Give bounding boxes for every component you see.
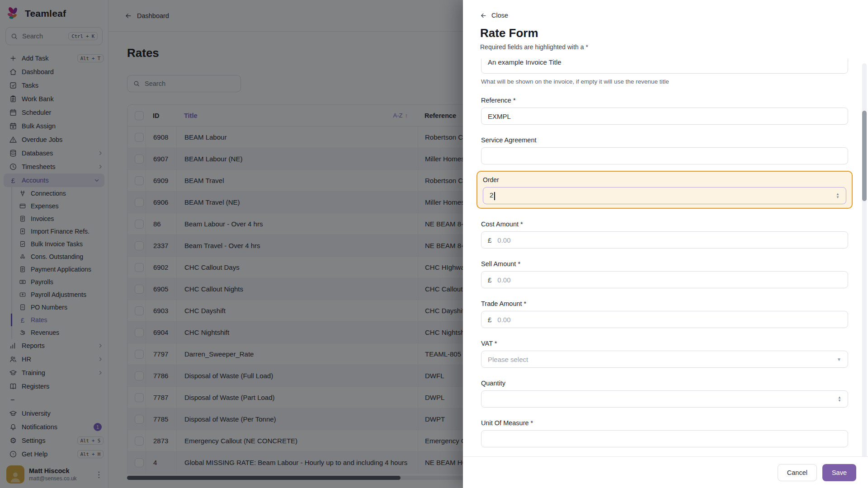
invoice-title-helper: What will be shown on the invoice, if em… — [481, 78, 848, 85]
currency-pound-icon: £ — [488, 316, 491, 324]
drawer-footer: Cancel Save — [463, 456, 868, 488]
unit-of-measure-label: Unit Of Measure * — [481, 419, 848, 427]
service-agreement-label: Service Agreement — [481, 136, 848, 144]
currency-pound-icon: £ — [488, 276, 491, 284]
order-field-highlight: Order 2 ▲▼ — [476, 171, 853, 209]
number-stepper-icon[interactable]: ▲▼ — [838, 396, 841, 403]
cost-amount-label: Cost Amount * — [481, 221, 848, 228]
drawer-scrollbar[interactable] — [862, 63, 867, 485]
quantity-input[interactable]: ▲▼ — [481, 390, 848, 408]
order-label: Order — [483, 176, 846, 183]
trade-amount-input[interactable]: £ 0.00 — [481, 311, 848, 328]
sell-amount-input[interactable]: £ 0.00 — [481, 271, 848, 288]
cancel-button[interactable]: Cancel — [778, 464, 817, 481]
vat-label: VAT * — [481, 340, 848, 347]
quantity-label: Quantity — [481, 380, 848, 387]
drawer-subtitle: Required fields are highlighted with a * — [480, 43, 848, 51]
arrow-left-icon — [480, 12, 487, 19]
reference-label: Reference * — [481, 97, 848, 104]
drawer-form: An example Invoice Title What will be sh… — [463, 59, 868, 456]
cost-amount-input[interactable]: £ 0.00 — [481, 231, 848, 249]
drawer-title: Rate Form — [480, 26, 848, 40]
sell-amount-label: Sell Amount * — [481, 260, 848, 267]
close-label: Close — [491, 12, 508, 19]
unit-of-measure-input[interactable] — [481, 430, 848, 447]
vat-select[interactable]: Please select ▼ — [481, 351, 848, 368]
invoice-title-input[interactable]: An example Invoice Title — [481, 59, 848, 74]
reference-input[interactable]: EXMPL — [481, 108, 848, 125]
drawer-scrollbar-thumb[interactable] — [862, 111, 867, 201]
trade-amount-label: Trade Amount * — [481, 300, 848, 307]
currency-pound-icon: £ — [488, 236, 491, 244]
save-button[interactable]: Save — [822, 464, 856, 481]
close-button[interactable]: Close — [480, 12, 508, 19]
order-input[interactable]: 2 ▲▼ — [483, 187, 846, 204]
drawer-header: Close Rate Form Required fields are high… — [463, 0, 868, 51]
chevron-down-icon: ▼ — [837, 357, 841, 362]
rate-form-drawer: Close Rate Form Required fields are high… — [463, 0, 868, 488]
service-agreement-input[interactable] — [481, 147, 848, 164]
number-stepper-icon[interactable]: ▲▼ — [836, 192, 840, 199]
text-caret — [494, 192, 495, 200]
screen: Teamleaf Search Ctrl + K Add TaskAlt + T… — [0, 0, 868, 488]
